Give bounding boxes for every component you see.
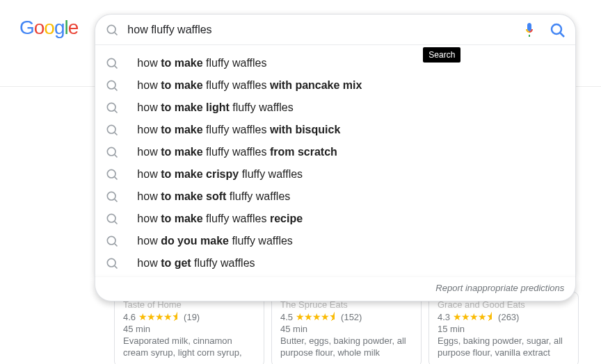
star-icon: ★★★★⯨ — [453, 311, 495, 322]
svg-line-19 — [115, 222, 118, 224]
card-rating: 4.5 — [280, 312, 293, 322]
search-icon — [105, 190, 119, 204]
star-icon: ★★★★⯨ — [296, 311, 338, 322]
svg-line-7 — [115, 88, 118, 91]
search-icon — [105, 212, 119, 226]
suggestion-text: how to make fluffy waffles with bisquick — [137, 124, 340, 136]
svg-line-11 — [115, 133, 118, 135]
svg-point-12 — [108, 147, 116, 156]
mic-icon[interactable] — [521, 22, 538, 38]
search-icon — [105, 23, 119, 37]
svg-line-13 — [115, 155, 118, 158]
card-time: 45 min — [280, 324, 412, 334]
search-icon — [105, 167, 119, 181]
search-icon — [105, 78, 119, 92]
suggestion-text: how to make crispy fluffy waffles — [137, 168, 303, 181]
card-review-count: (263) — [498, 312, 519, 322]
search-box: how to make fluffy waffleshow to make fl… — [95, 14, 576, 277]
svg-point-4 — [108, 58, 116, 67]
search-button-icon[interactable] — [549, 22, 566, 38]
suggestion-item[interactable]: how to get fluffy waffles — [95, 252, 575, 274]
suggestions-list: how to make fluffy waffleshow to make fl… — [95, 45, 575, 277]
svg-point-16 — [108, 192, 116, 200]
svg-point-18 — [108, 214, 116, 222]
report-predictions-link[interactable]: Report inappropriate predictions — [435, 283, 564, 293]
suggestion-item[interactable]: how to make fluffy waffles recipe — [95, 208, 575, 230]
svg-point-6 — [108, 81, 116, 89]
recipe-cards: Taste of Home4.6★★★★⯨(19)45 minEvaporate… — [114, 292, 579, 364]
card-ingredients: Butter, eggs, baking powder, all purpose… — [280, 336, 412, 359]
svg-line-1 — [115, 32, 118, 35]
suggestion-item[interactable]: how to make fluffy waffles with bisquick — [95, 119, 575, 141]
suggestion-text: how do you make fluffy waffles — [137, 235, 293, 247]
svg-line-5 — [115, 66, 118, 69]
suggestion-text: how to make fluffy waffles from scratch — [137, 146, 337, 158]
svg-point-0 — [108, 25, 116, 33]
svg-point-20 — [108, 236, 116, 245]
svg-line-17 — [115, 199, 118, 202]
search-icon — [105, 145, 119, 159]
svg-line-23 — [115, 266, 118, 269]
suggestion-text: how to make fluffy waffles with pancake … — [137, 79, 362, 92]
svg-line-15 — [115, 177, 118, 180]
svg-point-8 — [108, 103, 116, 111]
suggestion-text: how to make fluffy waffles recipe — [137, 213, 303, 225]
card-rating: 4.6 — [123, 312, 136, 322]
card-review-count: (152) — [341, 312, 362, 322]
google-logo[interactable]: Google — [19, 17, 78, 39]
suggestion-text: how to get fluffy waffles — [137, 257, 255, 270]
suggestion-item[interactable]: how do you make fluffy waffles — [95, 230, 575, 252]
card-time: 45 min — [123, 324, 255, 334]
suggestion-item[interactable]: how to make fluffy waffles from scratch — [95, 141, 575, 163]
suggestion-text: how to make fluffy waffles — [137, 57, 266, 69]
search-tooltip: Search — [423, 47, 460, 63]
suggestion-item[interactable]: how to make crispy fluffy waffles — [95, 163, 575, 185]
search-icon — [105, 234, 119, 248]
suggestion-item[interactable]: how to make soft fluffy waffles — [95, 185, 575, 208]
suggestion-item[interactable]: how to make fluffy waffles with pancake … — [95, 74, 575, 97]
svg-line-21 — [115, 244, 118, 247]
search-icon — [105, 123, 119, 137]
card-review-count: (19) — [184, 312, 200, 322]
search-input[interactable] — [127, 24, 521, 36]
recipe-card[interactable]: Grace and Good Eats4.3★★★★⯨(263)15 minEg… — [428, 292, 579, 364]
star-icon: ★★★★⯨ — [138, 311, 181, 322]
card-ingredients: Evaporated milk, cinnamon cream syrup, l… — [123, 336, 255, 359]
search-icon — [105, 101, 119, 115]
svg-point-14 — [108, 169, 116, 178]
search-icon — [105, 256, 119, 270]
recipe-card[interactable]: The Spruce Eats4.5★★★★⯨(152)45 minButter… — [271, 292, 422, 364]
suggestion-item[interactable]: how to make fluffy waffles — [95, 52, 575, 74]
svg-line-9 — [115, 110, 118, 113]
card-ingredients: Eggs, baking powder, sugar, all purpose … — [438, 336, 570, 359]
svg-point-10 — [108, 125, 116, 133]
search-icon — [105, 56, 119, 70]
card-rating: 4.3 — [438, 312, 450, 322]
card-time: 15 min — [438, 324, 570, 334]
svg-line-3 — [561, 33, 565, 37]
suggestion-item[interactable]: how to make light fluffy waffles — [95, 97, 575, 119]
svg-point-22 — [108, 258, 116, 267]
suggestion-text: how to make soft fluffy waffles — [137, 190, 290, 203]
recipe-card[interactable]: Taste of Home4.6★★★★⯨(19)45 minEvaporate… — [114, 292, 264, 364]
suggestion-text: how to make light fluffy waffles — [137, 101, 293, 114]
svg-point-2 — [552, 24, 561, 34]
